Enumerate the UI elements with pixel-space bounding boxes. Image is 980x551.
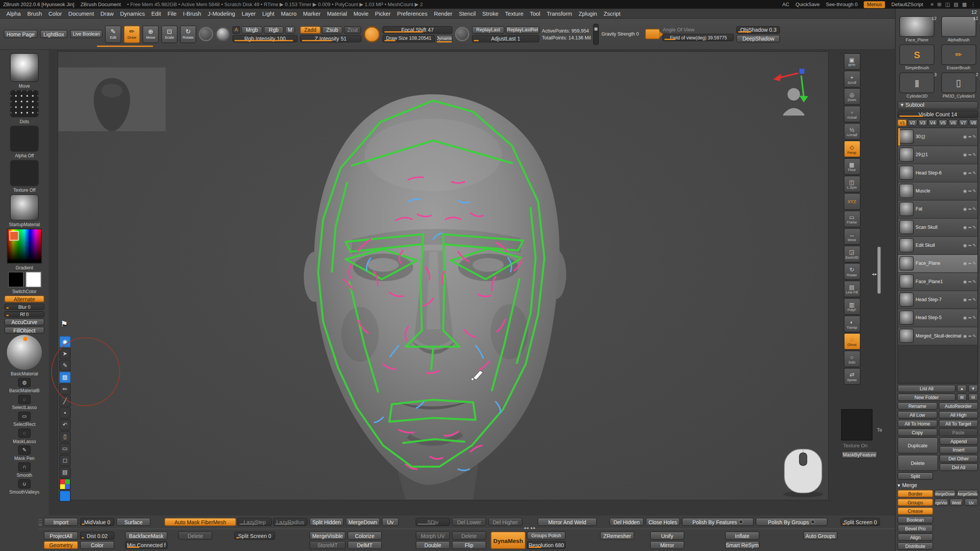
basic-material-b-item[interactable]: ◍BasicMaterialB (9, 378, 39, 394)
subtool-down-icon[interactable]: ▾ (968, 385, 978, 393)
line-fill-button[interactable]: ▤ Line Fill (843, 280, 860, 297)
select-rect-item[interactable]: ▭SelectRect (13, 412, 36, 427)
sculptris-pro-toggle[interactable] (364, 26, 380, 42)
del-lower-button[interactable]: Del Lower (452, 518, 486, 526)
replay-last-button[interactable]: ReplayLast (472, 26, 505, 34)
fill-bucket-icon[interactable]: ▨ (59, 372, 70, 383)
polypaint-brush-icon[interactable]: ✎ (973, 261, 977, 266)
material-preview-icon[interactable] (216, 27, 230, 41)
visibility-eye-icon[interactable]: ◉ (963, 134, 967, 139)
select-lasso-item[interactable]: ◌SelectLasso (12, 395, 37, 411)
menu-item[interactable]: Transform (544, 10, 575, 16)
pick-arrow-icon[interactable]: ➤ (59, 348, 70, 359)
folder-down-icon[interactable]: ⊟ (968, 394, 978, 401)
menu-item[interactable]: J-Modeling (204, 10, 238, 16)
midvalue-slider[interactable]: MidValue 0 (80, 518, 114, 526)
zadd-button[interactable]: Zadd (300, 26, 321, 34)
move-button[interactable]: ⊕Move (142, 25, 158, 43)
subtool-version-tab[interactable]: V6 (948, 119, 958, 126)
rgb-intensity-slider[interactable]: Rgb Intensity 100 (232, 35, 297, 42)
new-folder-button[interactable]: New Folder (897, 394, 956, 401)
delmt-button[interactable]: DelMT (348, 541, 382, 549)
subtool-up-icon[interactable]: ▴ (957, 385, 967, 393)
tool-tray-item[interactable]: 2 PM3D_Cylinder3 (939, 72, 978, 99)
stroke-thumbnail[interactable] (10, 90, 39, 117)
draw-size-slider[interactable]: Draw Size 108.20541 (382, 35, 435, 42)
adjust-last-slider[interactable]: AdjustLast 1 (472, 35, 539, 42)
menu-item[interactable]: Zplugin (575, 10, 600, 16)
storemt-button[interactable]: StoreMT (309, 541, 346, 549)
visibility-eye-icon[interactable]: ◉ (963, 297, 967, 302)
visibility-eye-icon[interactable]: ◉ (963, 334, 967, 339)
menu-item[interactable]: Dynamics (117, 10, 148, 16)
document-canvas[interactable]: ⚑ ◉➤✎▨✏╱•↶▯▭◻▤ (58, 52, 828, 500)
clipboard-icon[interactable]: ▤ (59, 467, 70, 478)
home-page-button[interactable]: Home Page (4, 30, 38, 38)
crease-button[interactable]: Crease (897, 507, 933, 515)
subtool-row[interactable]: Head Step-5 ◉▪▪✎ (898, 309, 977, 327)
zoom-button[interactable]: ◎ Zoom (843, 88, 860, 105)
blue-swatch-icon[interactable] (59, 491, 70, 502)
xpose-button[interactable]: ⇄ Xpose (843, 368, 860, 385)
visible-count-slider[interactable]: Visible Count 14 (897, 111, 978, 118)
polypaint-brush-icon[interactable]: ✎ (973, 134, 977, 139)
lazystep-slider[interactable]: LazyStep (237, 518, 272, 526)
alternate-button[interactable]: Alternate (4, 295, 44, 302)
menu-item[interactable]: Zscript (600, 10, 624, 16)
layout-grid-icon[interactable]: ▦ (961, 2, 968, 7)
aahalf-button[interactable]: ½ AAHalf (843, 123, 860, 140)
solo-button[interactable]: ○ Solo (843, 350, 860, 367)
subtool-row[interactable]: Edit Skull ◉▪▪✎ (898, 237, 977, 255)
polypaint-brush-icon[interactable]: ✎ (973, 297, 977, 302)
zcut-button[interactable]: Zcut (344, 26, 361, 34)
polypaint-brush-icon[interactable]: ✎ (973, 243, 977, 248)
resolution-slider[interactable]: Resolution 680 (527, 541, 565, 549)
draw-button[interactable]: ✏Draw (124, 25, 140, 43)
delete-subtool-button[interactable]: Delete (897, 455, 938, 471)
visibility-eye-icon[interactable]: ◉ (963, 225, 967, 230)
visibility-eye-icon[interactable]: ◉ (963, 189, 967, 194)
inflate-button[interactable]: Inflate (725, 531, 760, 540)
mrgb-button[interactable]: Mrgb (241, 26, 263, 34)
auto-groups-button[interactable]: Auto Groups (803, 531, 838, 540)
tool-tray-item[interactable]: EraserBrush (939, 44, 978, 71)
auto-color-button[interactable]: A (232, 26, 240, 34)
visibility-eye-icon[interactable]: ◉ (963, 243, 967, 248)
subtool-row[interactable]: 29강1 ◉▪▪✎ (898, 146, 977, 164)
subtool-row[interactable]: Muscle ◉▪▪✎ (898, 183, 977, 201)
default-zscript-button[interactable]: DefaultZScript (892, 2, 923, 7)
gravity-slider[interactable] (593, 23, 599, 45)
visibility-eye-icon[interactable]: ◉ (963, 152, 967, 157)
split-screen-slider-right[interactable]: Split Screen 0 (841, 518, 880, 526)
subtool-row[interactable]: Head Step-7 ◉▪▪✎ (898, 291, 977, 309)
scroll-button[interactable]: + Scroll (843, 70, 860, 87)
see-through-slider[interactable]: See-through 0 (826, 2, 858, 7)
mergevisible-button[interactable]: MergeVisible (309, 531, 346, 540)
move-canvas-button[interactable]: ↔ Move (843, 228, 860, 245)
stroke-preview-icon[interactable] (199, 27, 213, 41)
polypaint-brush-icon[interactable]: ✎ (973, 279, 977, 284)
undo-icon[interactable]: ↶ (59, 419, 70, 430)
mask-lasso-item[interactable]: ◌MaskLasso (13, 429, 36, 444)
rf-slider[interactable]: Rf 0 (4, 311, 44, 317)
deep-shadow-button[interactable]: DeepShadow (737, 35, 780, 42)
mirror-and-weld-button[interactable]: Mirror And Weld (537, 518, 597, 526)
colorize-button[interactable]: Colorize (348, 531, 382, 540)
mergedown-subtool-button[interactable]: MergeDown (934, 490, 956, 497)
menu-item[interactable]: Stencil (456, 10, 479, 16)
import-button[interactable]: Import (44, 518, 78, 526)
tool-tray-item[interactable]: 12 AlphaBrush (939, 16, 978, 42)
snapshot-icon[interactable]: ◻ (59, 455, 70, 466)
blur-slider[interactable]: Blur 0 (4, 303, 44, 310)
menu-item[interactable]: Macro (278, 10, 300, 16)
ac-toggle[interactable]: AC (782, 2, 789, 7)
add-view-icon[interactable]: ⊞ (936, 2, 942, 7)
menus-button[interactable]: Menus (864, 1, 885, 8)
basic-material-sphere[interactable] (7, 335, 42, 370)
merge-section-header[interactable]: ▾Merge (897, 482, 978, 488)
edit-button[interactable]: ✎Edit (105, 25, 121, 43)
uv-button[interactable]: Uv (382, 518, 399, 526)
all-low-button[interactable]: All Low (897, 411, 937, 419)
material-thumbnail[interactable] (10, 194, 39, 221)
tool-tray-item[interactable]: 3 Cylinder3D (897, 72, 936, 99)
